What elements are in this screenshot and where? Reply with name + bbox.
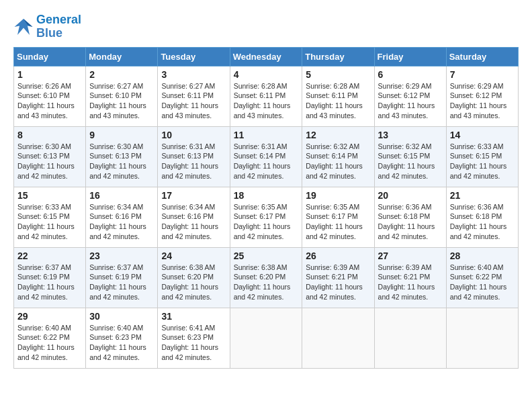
logo: General Blue (13, 13, 81, 40)
calendar-header-friday: Friday (374, 47, 446, 66)
day-info: Sunrise: 6:36 AMSunset: 6:18 PMDaylight:… (378, 202, 443, 242)
day-number: 6 (378, 69, 443, 80)
day-number: 16 (89, 190, 154, 201)
calendar-cell: 6Sunrise: 6:29 AMSunset: 6:12 PMDaylight… (374, 66, 446, 126)
day-info: Sunrise: 6:34 AMSunset: 6:16 PMDaylight:… (89, 202, 154, 242)
day-info: Sunrise: 6:36 AMSunset: 6:18 PMDaylight:… (450, 202, 515, 242)
calendar-cell: 11Sunrise: 6:31 AMSunset: 6:14 PMDayligh… (230, 126, 302, 187)
calendar-header-sunday: Sunday (14, 47, 86, 66)
calendar-cell (302, 308, 374, 368)
calendar-week-row: 29Sunrise: 6:40 AMSunset: 6:22 PMDayligh… (14, 308, 519, 368)
calendar-cell: 5Sunrise: 6:28 AMSunset: 6:11 PMDaylight… (302, 66, 374, 126)
calendar-cell: 23Sunrise: 6:37 AMSunset: 6:19 PMDayligh… (86, 247, 158, 308)
calendar-cell: 10Sunrise: 6:31 AMSunset: 6:13 PMDayligh… (158, 126, 230, 187)
calendar-week-row: 8Sunrise: 6:30 AMSunset: 6:13 PMDaylight… (14, 126, 519, 187)
day-info: Sunrise: 6:31 AMSunset: 6:14 PMDaylight:… (234, 142, 299, 181)
day-info: Sunrise: 6:28 AMSunset: 6:11 PMDaylight:… (234, 81, 299, 121)
day-info: Sunrise: 6:27 AMSunset: 6:10 PMDaylight:… (89, 81, 154, 121)
day-number: 10 (161, 130, 226, 140)
calendar-cell: 1Sunrise: 6:26 AMSunset: 6:10 PMDaylight… (14, 66, 86, 126)
calendar-header-saturday: Saturday (446, 47, 518, 66)
day-info: Sunrise: 6:33 AMSunset: 6:15 PMDaylight:… (450, 142, 515, 181)
calendar-week-row: 1Sunrise: 6:26 AMSunset: 6:10 PMDaylight… (14, 66, 519, 126)
calendar-cell: 20Sunrise: 6:36 AMSunset: 6:18 PMDayligh… (374, 187, 446, 247)
day-number: 20 (378, 190, 443, 201)
calendar-cell: 22Sunrise: 6:37 AMSunset: 6:19 PMDayligh… (14, 247, 86, 308)
calendar-week-row: 22Sunrise: 6:37 AMSunset: 6:19 PMDayligh… (14, 247, 519, 308)
day-number: 2 (89, 69, 154, 80)
calendar-cell: 30Sunrise: 6:40 AMSunset: 6:23 PMDayligh… (86, 308, 158, 368)
day-number: 19 (306, 190, 370, 201)
day-info: Sunrise: 6:32 AMSunset: 6:15 PMDaylight:… (378, 142, 443, 181)
calendar-cell: 4Sunrise: 6:28 AMSunset: 6:11 PMDaylight… (230, 66, 302, 126)
calendar-cell: 21Sunrise: 6:36 AMSunset: 6:18 PMDayligh… (446, 187, 518, 247)
day-number: 8 (17, 130, 82, 140)
calendar-cell: 28Sunrise: 6:40 AMSunset: 6:22 PMDayligh… (446, 247, 518, 308)
calendar-cell: 14Sunrise: 6:33 AMSunset: 6:15 PMDayligh… (446, 126, 518, 187)
day-number: 4 (234, 69, 299, 80)
calendar-header-monday: Monday (86, 47, 158, 66)
calendar-cell (230, 308, 302, 368)
day-info: Sunrise: 6:31 AMSunset: 6:13 PMDaylight:… (161, 142, 226, 181)
day-info: Sunrise: 6:39 AMSunset: 6:21 PMDaylight:… (378, 263, 443, 302)
day-number: 1 (17, 69, 82, 80)
calendar-cell: 17Sunrise: 6:34 AMSunset: 6:16 PMDayligh… (158, 187, 230, 247)
day-info: Sunrise: 6:30 AMSunset: 6:13 PMDaylight:… (89, 142, 154, 181)
day-number: 13 (378, 130, 443, 140)
calendar-cell: 2Sunrise: 6:27 AMSunset: 6:10 PMDaylight… (86, 66, 158, 126)
calendar-header-row: SundayMondayTuesdayWednesdayThursdayFrid… (14, 47, 519, 66)
calendar-cell: 9Sunrise: 6:30 AMSunset: 6:13 PMDaylight… (86, 126, 158, 187)
day-number: 28 (450, 250, 515, 261)
day-info: Sunrise: 6:33 AMSunset: 6:15 PMDaylight:… (17, 202, 82, 242)
calendar-cell: 29Sunrise: 6:40 AMSunset: 6:22 PMDayligh… (14, 308, 86, 368)
logo-text: General Blue (36, 13, 81, 40)
day-number: 27 (378, 250, 443, 261)
day-info: Sunrise: 6:27 AMSunset: 6:11 PMDaylight:… (161, 81, 226, 121)
day-info: Sunrise: 6:38 AMSunset: 6:20 PMDaylight:… (234, 263, 299, 302)
day-number: 23 (89, 250, 154, 261)
day-info: Sunrise: 6:41 AMSunset: 6:23 PMDaylight:… (161, 323, 226, 363)
calendar-cell (374, 308, 446, 368)
calendar-header-wednesday: Wednesday (230, 47, 302, 66)
day-info: Sunrise: 6:40 AMSunset: 6:22 PMDaylight:… (17, 323, 82, 363)
day-info: Sunrise: 6:35 AMSunset: 6:17 PMDaylight:… (234, 202, 299, 242)
day-info: Sunrise: 6:40 AMSunset: 6:23 PMDaylight:… (89, 323, 154, 363)
calendar-cell: 8Sunrise: 6:30 AMSunset: 6:13 PMDaylight… (14, 126, 86, 187)
day-number: 9 (89, 130, 154, 140)
day-number: 15 (17, 190, 82, 201)
day-number: 14 (450, 130, 515, 140)
calendar-cell: 12Sunrise: 6:32 AMSunset: 6:14 PMDayligh… (302, 126, 374, 187)
day-number: 18 (234, 190, 299, 201)
day-info: Sunrise: 6:29 AMSunset: 6:12 PMDaylight:… (450, 81, 515, 121)
calendar-cell: 24Sunrise: 6:38 AMSunset: 6:20 PMDayligh… (158, 247, 230, 308)
calendar-cell: 16Sunrise: 6:34 AMSunset: 6:16 PMDayligh… (86, 187, 158, 247)
calendar: SundayMondayTuesdayWednesdayThursdayFrid… (13, 47, 519, 369)
day-number: 29 (17, 311, 82, 322)
calendar-cell: 13Sunrise: 6:32 AMSunset: 6:15 PMDayligh… (374, 126, 446, 187)
calendar-week-row: 15Sunrise: 6:33 AMSunset: 6:15 PMDayligh… (14, 187, 519, 247)
calendar-cell: 7Sunrise: 6:29 AMSunset: 6:12 PMDaylight… (446, 66, 518, 126)
logo-bird-icon (13, 17, 34, 36)
day-info: Sunrise: 6:39 AMSunset: 6:21 PMDaylight:… (306, 263, 370, 302)
day-number: 22 (17, 250, 82, 261)
calendar-cell (446, 308, 518, 368)
day-number: 30 (89, 311, 154, 322)
svg-marker-0 (15, 19, 33, 35)
calendar-cell: 25Sunrise: 6:38 AMSunset: 6:20 PMDayligh… (230, 247, 302, 308)
day-number: 3 (161, 69, 226, 80)
day-number: 11 (234, 130, 299, 140)
calendar-header-thursday: Thursday (302, 47, 374, 66)
calendar-body: 1Sunrise: 6:26 AMSunset: 6:10 PMDaylight… (14, 66, 519, 368)
calendar-cell: 18Sunrise: 6:35 AMSunset: 6:17 PMDayligh… (230, 187, 302, 247)
day-number: 17 (161, 190, 226, 201)
day-info: Sunrise: 6:29 AMSunset: 6:12 PMDaylight:… (378, 81, 443, 121)
calendar-cell: 3Sunrise: 6:27 AMSunset: 6:11 PMDaylight… (158, 66, 230, 126)
day-number: 31 (161, 311, 226, 322)
calendar-cell: 26Sunrise: 6:39 AMSunset: 6:21 PMDayligh… (302, 247, 374, 308)
day-number: 5 (306, 69, 370, 80)
day-number: 26 (306, 250, 370, 261)
day-info: Sunrise: 6:37 AMSunset: 6:19 PMDaylight:… (89, 263, 154, 302)
calendar-header-tuesday: Tuesday (158, 47, 230, 66)
day-info: Sunrise: 6:37 AMSunset: 6:19 PMDaylight:… (17, 263, 82, 302)
page-header: General Blue (13, 13, 519, 40)
